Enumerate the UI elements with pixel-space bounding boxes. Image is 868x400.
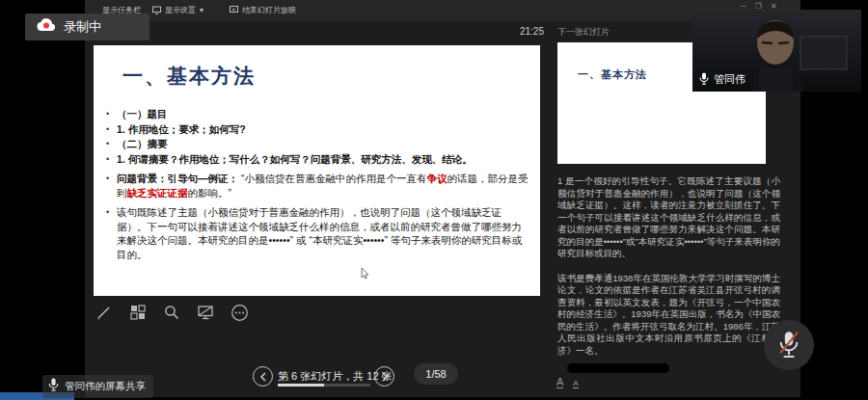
- bullet-text: （二）摘要: [117, 137, 529, 151]
- recording-label: 录制中: [64, 18, 101, 36]
- bullet-text: 1. 作用地位；要求；如何写?: [117, 122, 529, 137]
- monitor-icon: [152, 6, 161, 14]
- participant-name-row: 管同伟: [699, 72, 746, 87]
- mic-muted-icon: [777, 331, 800, 360]
- meeting-window: 显示任务栏 显示设置 ▾ 结束幻灯片放映 ─ ❐ ✕ 录制中 21:25 一、基…: [0, 0, 868, 400]
- slide-bullet: •（一）题目: [106, 107, 529, 121]
- decrease-font-button[interactable]: A: [573, 379, 578, 388]
- mouse-cursor: [361, 267, 369, 284]
- bullet-marker: •: [106, 122, 117, 137]
- slide-title: 一、基本方法: [122, 63, 256, 90]
- bullet-text: 1. 何谓摘要？作用地位；写什么？如何写？问题背景、研究方法、发现、结论。: [117, 152, 529, 167]
- microphone-icon: [48, 378, 59, 395]
- notes-paragraph: 1 是一个很好的引导性句子。它既陈述了主要议题（小额信贷对于普惠金融的作用），也…: [557, 175, 780, 260]
- slide-bullets: •（一）题目•1. 作用地位；要求；如何写?•（二）摘要•1. 何谓摘要？作用地…: [106, 107, 529, 262]
- notes-font-controls: A A: [556, 377, 579, 388]
- bullet-text: 该句既陈述了主题（小额信贷对于普惠金融的作用），也说明了问题（这个领域缺乏证据）…: [117, 205, 529, 261]
- slide-bullet: •该句既陈述了主题（小额信贷对于普惠金融的作用），也说明了问题（这个领域缺乏证据…: [106, 205, 529, 261]
- next-slide-preview-title: 一、基本方法: [578, 67, 647, 82]
- chevron-right-icon: [381, 372, 389, 382]
- increase-font-button[interactable]: A: [556, 377, 563, 388]
- bullet-text: 问题背景：引导句—例证： “小额信贷在普惠金融中的作用是个一直有争议的话题，部分…: [117, 172, 529, 200]
- slide-progress-fill: [278, 384, 324, 387]
- see-all-slides-icon[interactable]: [128, 303, 148, 322]
- bullet-marker: •: [106, 172, 117, 200]
- recording-cloud-icon: [37, 18, 56, 36]
- next-slide-label: 下一张幻灯片: [557, 26, 610, 39]
- chevron-down-icon: ▾: [200, 6, 203, 14]
- black-screen-icon[interactable]: [196, 303, 215, 322]
- end-slideshow-label: 结束幻灯片放映: [242, 5, 296, 15]
- previous-slide-button[interactable]: [253, 366, 273, 387]
- bullet-text: （一）题目: [117, 107, 529, 121]
- page-indicator-pill: 1/58: [414, 363, 458, 385]
- slideshow-icon: [230, 6, 238, 14]
- slide-bullet: •1. 何谓摘要？作用地位；写什么？如何写？问题背景、研究方法、发现、结论。: [106, 152, 529, 167]
- participant-video-tile[interactable]: 管同伟: [692, 10, 861, 92]
- page-indicator: 1/58: [425, 368, 446, 380]
- end-slideshow-button[interactable]: 结束幻灯片放映: [230, 5, 296, 15]
- bullet-marker: •: [106, 137, 117, 151]
- notes-scrollbar[interactable]: [567, 363, 669, 373]
- slide-bullet: •（二）摘要: [106, 137, 529, 151]
- display-settings-label: 显示设置: [165, 5, 196, 15]
- display-settings-button[interactable]: 显示设置 ▾: [152, 5, 203, 15]
- annotation-toolbar: [95, 303, 249, 322]
- magnifier-icon[interactable]: [162, 303, 181, 322]
- bullet-marker: •: [106, 205, 117, 261]
- bullet-marker: •: [106, 107, 117, 121]
- recording-badge: 录制中: [25, 13, 149, 40]
- slide-bullet: •1. 作用地位；要求；如何写?: [106, 122, 529, 137]
- chevron-left-icon: [259, 372, 267, 382]
- mic-muted-button[interactable]: [764, 320, 814, 370]
- more-options-icon[interactable]: [230, 303, 249, 322]
- participant-name: 管同伟: [714, 72, 746, 87]
- slide-progress-bar: [278, 384, 370, 387]
- next-slide-button[interactable]: [374, 366, 394, 387]
- pen-icon[interactable]: [95, 303, 114, 322]
- current-slide: 一、基本方法 •（一）题目•1. 作用地位；要求；如何写?•（二）摘要•1. 何…: [94, 45, 540, 296]
- notes-paragraph: 该书是费孝通1938年在英国伦敦大学学习时撰写的博士论文，论文的依据是作者在江苏…: [557, 273, 780, 358]
- screen-share-banner: 管同伟的屏幕共享: [42, 375, 153, 398]
- microphone-icon: [699, 72, 709, 87]
- slide-bullet: •问题背景：引导句—例证： “小额信贷在普惠金融中的作用是个一直有争议的话题，部…: [106, 172, 529, 200]
- bullet-marker: •: [106, 152, 117, 167]
- speaker-notes: 1 是一个很好的引导性句子。它既陈述了主要议题（小额信贷对于普惠金融的作用），也…: [557, 175, 780, 369]
- screen-share-banner-label: 管同伟的屏幕共享: [65, 380, 146, 393]
- presenter-timer: 21:25: [509, 26, 544, 37]
